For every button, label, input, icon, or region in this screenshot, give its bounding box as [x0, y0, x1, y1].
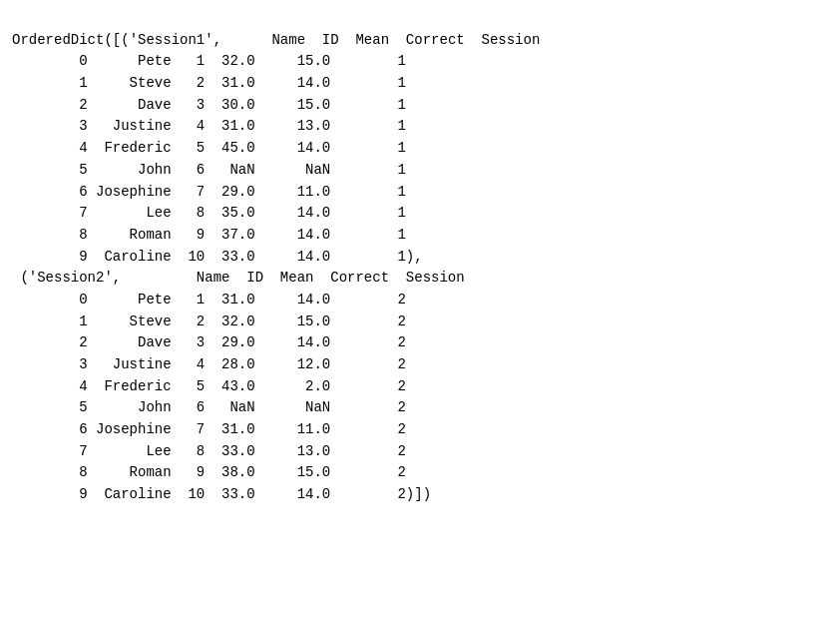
line-15: 3 Justine 4 28.0 12.0 2: [12, 356, 406, 372]
line-10: 9 Caroline 10 33.0 14.0 1),: [12, 249, 423, 265]
line-6: 5 John 6 NaN NaN 1: [12, 162, 406, 178]
line-8: 7 Lee 8 35.0 14.0 1: [12, 205, 406, 221]
line-9: 8 Roman 9 37.0 14.0 1: [12, 227, 406, 243]
line-12: 0 Pete 1 31.0 14.0 2: [12, 292, 406, 308]
line-5: 4 Frederic 5 45.0 14.0 1: [12, 140, 406, 156]
line-7: 6 Josephine 7 29.0 11.0 1: [12, 184, 406, 200]
output-display: OrderedDict([('Session1', Name ID Mean C…: [12, 8, 828, 506]
line-14: 2 Dave 3 29.0 14.0 2: [12, 334, 406, 350]
line-13: 1 Steve 2 32.0 15.0 2: [12, 313, 406, 329]
line-11: ('Session2', Name ID Mean Correct Sessio…: [12, 270, 465, 286]
line-18: 6 Josephine 7 31.0 11.0 2: [12, 421, 406, 437]
line-0: OrderedDict([('Session1', Name ID Mean C…: [12, 32, 540, 48]
line-4: 3 Justine 4 31.0 13.0 1: [12, 118, 406, 134]
line-21: 9 Caroline 10 33.0 14.0 2)]): [12, 486, 431, 502]
line-16: 4 Frederic 5 43.0 2.0 2: [12, 378, 406, 394]
line-19: 7 Lee 8 33.0 13.0 2: [12, 443, 406, 459]
line-20: 8 Roman 9 38.0 15.0 2: [12, 464, 406, 480]
line-2: 1 Steve 2 31.0 14.0 1: [12, 75, 406, 91]
line-3: 2 Dave 3 30.0 15.0 1: [12, 97, 406, 113]
line-1: 0 Pete 1 32.0 15.0 1: [12, 53, 406, 69]
line-17: 5 John 6 NaN NaN 2: [12, 399, 406, 415]
